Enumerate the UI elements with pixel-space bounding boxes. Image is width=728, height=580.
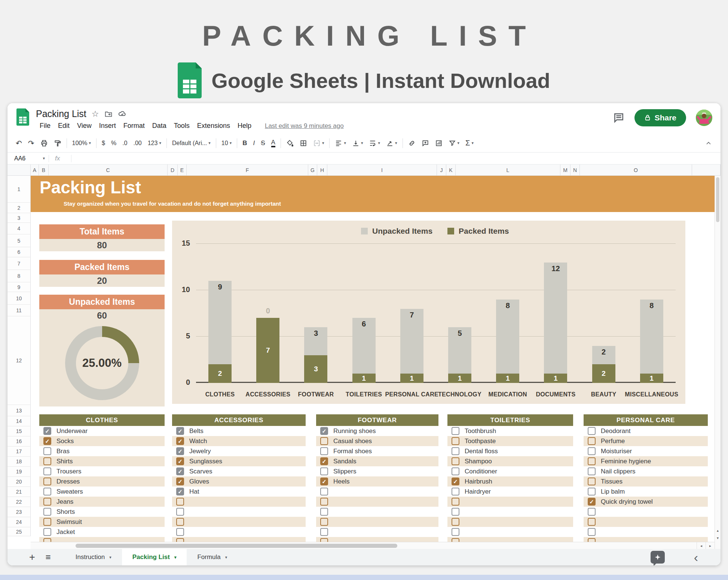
unchecked-checkbox[interactable] — [588, 508, 596, 516]
unchecked-checkbox[interactable] — [588, 427, 596, 435]
explore-sparkle-icon[interactable] — [651, 551, 665, 564]
share-button[interactable]: Share — [634, 109, 686, 126]
row-header-8[interactable]: 8 — [7, 270, 31, 282]
row-header-19[interactable]: 19 — [7, 467, 31, 477]
checked-checkbox[interactable]: ✓ — [176, 437, 184, 445]
italic-button[interactable]: I — [250, 137, 258, 150]
sheets-home-icon[interactable] — [16, 108, 29, 126]
cell-name-box[interactable]: AA6▾ — [7, 155, 49, 162]
row-header-18[interactable]: 18 — [7, 457, 31, 467]
insert-link-button[interactable] — [405, 137, 419, 150]
checked-checkbox[interactable]: ✓ — [452, 478, 459, 485]
unchecked-checkbox[interactable] — [320, 508, 328, 516]
checked-checkbox[interactable]: ✓ — [43, 437, 51, 445]
menu-data[interactable]: Data — [149, 121, 170, 131]
unchecked-checkbox[interactable] — [176, 518, 184, 526]
column-header-F[interactable]: F — [187, 165, 308, 176]
strikethrough-button[interactable]: S — [258, 137, 268, 150]
decrease-decimal-button[interactable]: .0 — [119, 137, 130, 150]
unchecked-checkbox[interactable] — [452, 528, 459, 536]
comment-history-icon[interactable] — [613, 112, 625, 124]
unchecked-checkbox[interactable] — [43, 488, 51, 495]
row-header-6[interactable]: 6 — [7, 247, 31, 257]
row-header-3[interactable]: 3 — [7, 213, 31, 223]
unchecked-checkbox[interactable] — [452, 467, 459, 475]
text-rotation-button[interactable]: ▾ — [383, 137, 400, 150]
row-header-5[interactable]: 5 — [7, 234, 31, 247]
show-side-panel-button[interactable]: ‹ — [694, 551, 698, 564]
add-sheet-button[interactable]: + — [24, 552, 40, 563]
font-select[interactable]: Default (Ari...▾ — [169, 137, 214, 150]
tab-formula[interactable]: Formula▾ — [187, 549, 238, 565]
move-to-folder-icon[interactable] — [104, 110, 113, 118]
filter-button[interactable]: ▾ — [446, 137, 463, 150]
scroll-right-button[interactable]: ▸ — [706, 542, 715, 549]
row-header-1[interactable]: 1 — [7, 176, 31, 203]
unchecked-checkbox[interactable] — [452, 427, 459, 435]
unchecked-checkbox[interactable] — [588, 457, 596, 465]
star-icon[interactable]: ☆ — [92, 109, 99, 119]
grid-corner[interactable] — [7, 165, 31, 176]
column-header-I[interactable]: I — [327, 165, 437, 176]
row-header-7[interactable]: 7 — [7, 257, 31, 270]
row-header-11[interactable]: 11 — [7, 305, 31, 316]
bold-button[interactable]: B — [239, 137, 250, 150]
menu-edit[interactable]: Edit — [54, 121, 73, 131]
row-header-15[interactable]: 15 — [7, 426, 31, 436]
redo-button[interactable]: ↷ — [25, 137, 37, 150]
unchecked-checkbox[interactable] — [43, 467, 51, 475]
unchecked-checkbox[interactable] — [43, 447, 51, 455]
unchecked-checkbox[interactable] — [43, 528, 51, 536]
unchecked-checkbox[interactable] — [43, 518, 51, 526]
unchecked-checkbox[interactable] — [588, 478, 596, 485]
vertical-scrollbar[interactable]: ▴ ▾ — [715, 176, 721, 549]
font-size-select[interactable]: 10▾ — [218, 137, 235, 150]
menu-view[interactable]: View — [73, 121, 95, 131]
menu-help[interactable]: Help — [234, 121, 255, 131]
zoom-select[interactable]: 100%▾ — [69, 137, 94, 150]
paint-format-button[interactable] — [51, 137, 64, 150]
fill-color-button[interactable] — [283, 137, 297, 150]
format-percent-button[interactable]: % — [108, 137, 119, 150]
insert-comment-button[interactable] — [419, 137, 432, 150]
unchecked-checkbox[interactable] — [320, 437, 328, 445]
unchecked-checkbox[interactable] — [176, 528, 184, 536]
format-currency-button[interactable]: $ — [99, 137, 108, 150]
checked-checkbox[interactable]: ✓ — [588, 498, 596, 506]
checked-checkbox[interactable]: ✓ — [320, 457, 328, 465]
unchecked-checkbox[interactable] — [588, 437, 596, 445]
unchecked-checkbox[interactable] — [320, 518, 328, 526]
number-format-button[interactable]: 123▾ — [145, 137, 164, 150]
row-header-2[interactable]: 2 — [7, 203, 31, 213]
checked-checkbox[interactable]: ✓ — [320, 478, 328, 485]
column-header-D[interactable]: D — [168, 165, 178, 176]
column-header-L[interactable]: L — [456, 165, 560, 176]
unchecked-checkbox[interactable] — [588, 467, 596, 475]
row-header-17[interactable]: 17 — [7, 446, 31, 457]
increase-decimal-button[interactable]: .00 — [130, 137, 144, 150]
unchecked-checkbox[interactable] — [320, 498, 328, 506]
menu-format[interactable]: Format — [120, 121, 149, 131]
menu-tools[interactable]: Tools — [170, 121, 193, 131]
row-header-16[interactable]: 16 — [7, 436, 31, 446]
account-avatar[interactable] — [696, 110, 712, 126]
unchecked-checkbox[interactable] — [588, 488, 596, 495]
unchecked-checkbox[interactable] — [588, 528, 596, 536]
column-header-G[interactable]: G — [308, 165, 317, 176]
checked-checkbox[interactable]: ✓ — [176, 447, 184, 455]
unchecked-checkbox[interactable] — [176, 498, 184, 506]
unchecked-checkbox[interactable] — [43, 478, 51, 485]
row-header-4[interactable]: 4 — [7, 223, 31, 234]
checked-checkbox[interactable]: ✓ — [176, 488, 184, 495]
vertical-scrollbar-thumb[interactable] — [716, 177, 719, 222]
borders-button[interactable] — [297, 137, 310, 150]
unchecked-checkbox[interactable] — [452, 518, 459, 526]
row-header-10[interactable]: 10 — [7, 292, 31, 305]
row-header-25[interactable]: 25 — [7, 527, 31, 536]
vertical-align-button[interactable]: ▾ — [349, 137, 366, 150]
undo-button[interactable]: ↶ — [13, 137, 25, 150]
checked-checkbox[interactable]: ✓ — [320, 427, 328, 435]
cloud-status-icon[interactable] — [118, 110, 127, 119]
text-wrap-button[interactable]: ▾ — [366, 137, 383, 150]
menu-file[interactable]: File — [36, 121, 54, 131]
